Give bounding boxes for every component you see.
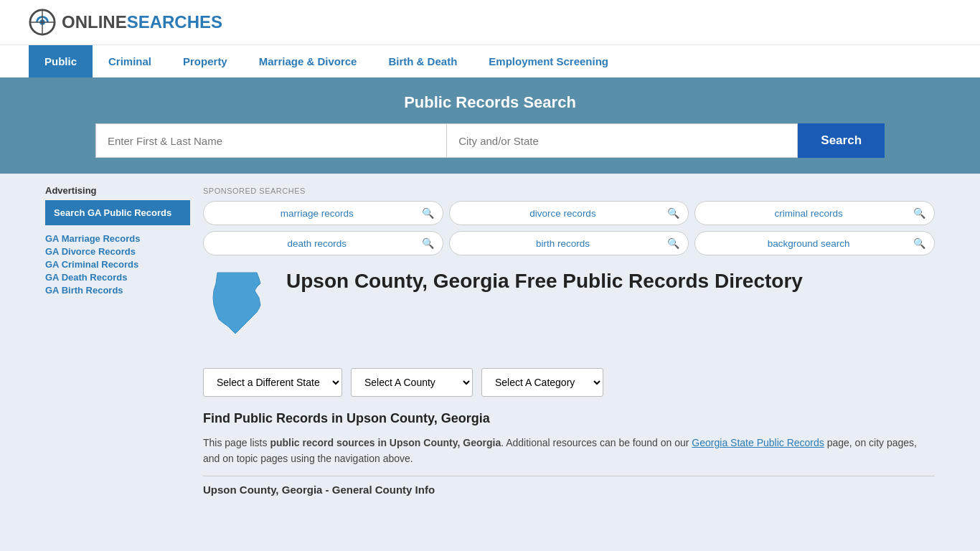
state-dropdown[interactable]: Select a Different State [203, 368, 342, 397]
search-icon-death: 🔍 [422, 237, 434, 249]
search-icon-birth: 🔍 [667, 237, 679, 249]
sidebar-link-death[interactable]: GA Death Records [45, 271, 190, 283]
county-info-label: Upson County, Georgia - General County I… [203, 484, 435, 496]
pill-criminal[interactable]: criminal records 🔍 [694, 201, 935, 225]
search-pills: marriage records 🔍 divorce records 🔍 cri… [203, 201, 935, 255]
pill-death[interactable]: death records 🔍 [203, 231, 443, 255]
nav-marriage-divorce[interactable]: Marriage & Divorce [243, 45, 373, 77]
state-map [203, 265, 275, 354]
location-input[interactable] [446, 123, 798, 158]
search-banner-title: Public Records Search [29, 93, 951, 112]
county-dropdown[interactable]: Select A County [351, 368, 473, 397]
site-header: ONLINESEARCHES [0, 0, 980, 44]
sidebar-ad-box[interactable]: Search GA Public Records [45, 200, 190, 225]
pill-marriage[interactable]: marriage records 🔍 [203, 201, 443, 225]
sidebar-link-marriage[interactable]: GA Marriage Records [45, 232, 190, 244]
page-title-block: Upson County, Georgia Free Public Record… [286, 265, 803, 294]
section-divider [203, 476, 935, 476]
sidebar-link-birth[interactable]: GA Birth Records [45, 284, 190, 296]
search-icon-divorce: 🔍 [667, 207, 679, 219]
georgia-state-link[interactable]: Georgia State Public Records [692, 437, 824, 448]
logo-icon [29, 9, 56, 36]
sidebar-ad-label: Advertising [45, 185, 190, 196]
nav-property[interactable]: Property [167, 45, 243, 77]
page-title: Upson County, Georgia Free Public Record… [286, 268, 803, 294]
sidebar: Advertising Search GA Public Records GA … [45, 174, 196, 503]
search-banner: Public Records Search Search [0, 77, 980, 174]
main-nav: Public Criminal Property Marriage & Divo… [0, 44, 980, 77]
search-icon-criminal: 🔍 [913, 207, 925, 219]
category-dropdown[interactable]: Select A Category [481, 368, 603, 397]
find-section-body: This page lists public record sources in… [203, 435, 935, 467]
main-wrapper: Advertising Search GA Public Records GA … [31, 174, 949, 503]
nav-employment[interactable]: Employment Screening [473, 45, 624, 77]
find-bold: public record sources in Upson County, G… [270, 437, 501, 448]
sponsored-label: SPONSORED SEARCHES [203, 187, 935, 195]
nav-criminal[interactable]: Criminal [93, 45, 167, 77]
georgia-map-svg [203, 265, 275, 352]
sidebar-link-divorce[interactable]: GA Divorce Records [45, 245, 190, 257]
sidebar-link-criminal[interactable]: GA Criminal Records [45, 258, 190, 270]
dropdowns-row: Select a Different State Select A County… [203, 368, 935, 397]
find-section: Find Public Records in Upson County, Geo… [203, 411, 935, 496]
pill-birth[interactable]: birth records 🔍 [449, 231, 689, 255]
find-section-title: Find Public Records in Upson County, Geo… [203, 411, 935, 426]
logo-text: ONLINESEARCHES [62, 12, 222, 32]
search-form: Search [95, 123, 885, 158]
pill-background[interactable]: background search 🔍 [694, 231, 935, 255]
nav-public[interactable]: Public [29, 45, 93, 77]
title-area: Upson County, Georgia Free Public Record… [203, 265, 935, 354]
sidebar-links: GA Marriage Records GA Divorce Records G… [45, 232, 190, 296]
main-content: SPONSORED SEARCHES marriage records 🔍 di… [196, 174, 935, 503]
search-icon-background: 🔍 [913, 237, 925, 249]
name-input[interactable] [95, 123, 446, 158]
nav-birth-death[interactable]: Birth & Death [372, 45, 473, 77]
search-icon-marriage: 🔍 [422, 207, 434, 219]
pill-divorce[interactable]: divorce records 🔍 [449, 201, 689, 225]
search-button[interactable]: Search [798, 123, 885, 158]
